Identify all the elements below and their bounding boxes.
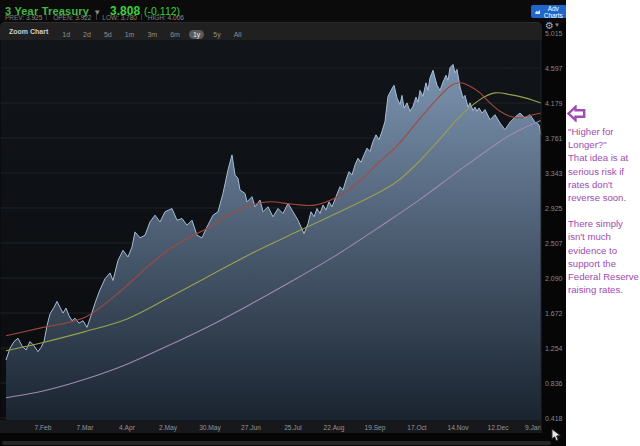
zoom-option-5d[interactable]: 5d [100, 30, 116, 39]
x-axis-label: 7.Feb [35, 424, 52, 431]
price-stats: PREV: 3.925 OPEN: 3.922 LOW: 3.780 HIGH:… [5, 14, 184, 21]
chart-header: 3 Year Treasury▼3.808(-0.112) PREV: 3.92… [0, 0, 566, 22]
y-axis-label: 3.761 [545, 135, 563, 142]
zoom-chart-label: Zoom Chart [9, 28, 48, 35]
x-axis-label: 25.Jul [284, 424, 302, 431]
y-axis-label: 0.836 [545, 380, 563, 387]
app-window: 3 Year Treasury▼3.808(-0.112) PREV: 3.92… [0, 0, 640, 446]
zoom-option-1m[interactable]: 1m [121, 30, 139, 39]
chart-icon [535, 8, 540, 16]
annotation-paragraph: "Higher for Longer?" [568, 125, 639, 151]
zoom-option-3m[interactable]: 3m [143, 30, 161, 39]
y-axis-label: 2.090 [545, 275, 563, 282]
annotation-text: "Higher for Longer?"That idea is at seri… [568, 125, 639, 296]
low-value: 3.780 [121, 14, 137, 21]
zoom-option-1y[interactable]: 1y [189, 30, 204, 39]
high-value: 4.006 [168, 14, 184, 21]
prev-label: PREV: [5, 14, 24, 21]
open-value: 3.922 [75, 14, 91, 21]
x-axis-label: 30.May [199, 424, 221, 432]
adv-charts-label: Adv Charts [542, 5, 564, 19]
price-chart[interactable]: 5.0154.5974.1793.7613.3432.9252.5072.090… [0, 22, 566, 446]
annotation-panel: "Higher for Longer?"That idea is at seri… [566, 0, 640, 446]
mouse-cursor-icon [551, 428, 563, 442]
title-row: 3 Year Treasury▼3.808(-0.112) [5, 1, 180, 15]
zoom-option-All[interactable]: All [230, 30, 246, 39]
x-axis-label: 9.Jan [525, 424, 541, 431]
y-axis-label: 2.925 [545, 205, 563, 212]
bottom-scrollbar[interactable] [2, 441, 551, 445]
x-axis-label: 12.Dec [488, 424, 510, 431]
x-axis-label: 2.May [159, 424, 178, 432]
y-axis-label: 1.672 [545, 310, 563, 317]
x-axis-label: 7.Mar [77, 424, 95, 431]
zoom-toolbar: Zoom Chart 1d2d5d1m3m6m1y5yAll [0, 22, 542, 40]
x-axis-label: 19.Sep [365, 424, 386, 432]
gear-caret-icon: ▼ [554, 22, 560, 28]
gear-icon[interactable]: ⚙▼ [545, 20, 560, 31]
x-axis-label: 4.Apr [119, 424, 136, 432]
zoom-options: 1d2d5d1m3m6m1y5yAll [58, 23, 250, 41]
high-label: HIGH: [148, 14, 166, 21]
zoom-option-5y[interactable]: 5y [209, 30, 224, 39]
low-label: LOW: [102, 14, 119, 21]
chart-application: 3 Year Treasury▼3.808(-0.112) PREV: 3.92… [0, 0, 566, 446]
open-label: OPEN: [53, 14, 73, 21]
annotation-paragraph: That idea is at serious risk if rates do… [568, 151, 639, 204]
adv-charts-button[interactable]: Adv Charts [531, 5, 568, 18]
y-axis-label: 4.179 [545, 100, 563, 107]
x-axis-label: 14.Nov [448, 424, 470, 431]
prev-value: 3.925 [26, 14, 42, 21]
y-axis-label: 3.343 [545, 170, 563, 177]
zoom-option-2d[interactable]: 2d [79, 30, 95, 39]
zoom-option-6m[interactable]: 6m [166, 30, 184, 39]
annotation-paragraph: There simply isn't much evidence to supp… [568, 217, 639, 296]
y-axis-label: 0.418 [545, 415, 563, 422]
y-axis-label: 1.254 [545, 345, 563, 352]
y-axis-label: 2.507 [545, 240, 563, 247]
zoom-option-1d[interactable]: 1d [58, 30, 74, 39]
x-axis-label: 27.Jun [241, 424, 261, 431]
y-axis-label: 4.597 [545, 65, 563, 72]
left-arrow-icon [567, 105, 586, 122]
x-axis-label: 22.Aug [324, 424, 345, 432]
x-axis-label: 17.Oct [407, 424, 427, 431]
